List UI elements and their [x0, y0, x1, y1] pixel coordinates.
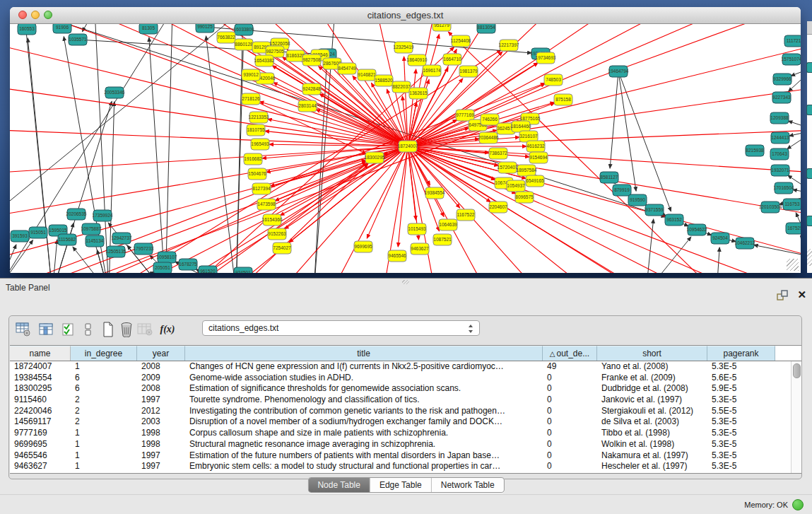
table-cell[interactable]: 2003 — [137, 416, 185, 428]
table-cell[interactable]: 1997 — [137, 461, 185, 472]
table-cell[interactable]: Structural magnetic resonance image aver… — [185, 439, 543, 450]
show-columns-icon[interactable] — [37, 321, 54, 338]
table-cell[interactable]: 5.3E-5 — [707, 416, 775, 428]
function-builder-icon[interactable]: f(x) — [159, 321, 176, 338]
table-row[interactable]: 977716911998Corpus callosum shape and si… — [10, 428, 792, 439]
table-cell[interactable]: 1997 — [137, 450, 185, 462]
table-cell[interactable]: 19384554 — [10, 373, 71, 384]
table-cell[interactable]: 5.3E-5 — [707, 428, 775, 439]
table-cell[interactable]: 1 — [71, 461, 137, 472]
table-row[interactable]: 969969511998Structural magnetic resonanc… — [10, 439, 792, 450]
delete-column-icon[interactable] — [118, 321, 135, 338]
table-cell[interactable]: 5.3E-5 — [707, 439, 775, 450]
table-row[interactable]: 1938455462009Genome-wide association stu… — [10, 373, 792, 384]
table-cell[interactable]: 1997 — [137, 395, 185, 406]
new-column-icon[interactable] — [100, 321, 117, 338]
table-row[interactable]: 1830029562008Estimation of significance … — [10, 383, 792, 395]
memory-status-indicator[interactable] — [792, 499, 804, 510]
table-cell[interactable]: Embryonic stem cells: a model to study s… — [185, 461, 543, 472]
table-cell[interactable]: 1998 — [137, 428, 185, 439]
table-cell[interactable]: Hescheler et al. (1997) — [597, 461, 707, 472]
table-cell[interactable]: 5.5E-5 — [707, 406, 775, 417]
citation-network-graph[interactable]: 1605539190681305160338098572248813054192… — [10, 24, 801, 273]
table-cell[interactable]: 1 — [71, 361, 137, 373]
table-row[interactable]: 2242004622012Investigating the contribut… — [10, 406, 792, 417]
table-cell[interactable]: Yano et al. (2008) — [597, 361, 707, 373]
table-cell[interactable]: 9699695 — [10, 439, 71, 450]
table-row[interactable]: 946554611997Estimation of the future num… — [10, 450, 792, 462]
network-canvas[interactable]: 1605539190681305160338098572248813054192… — [10, 24, 801, 273]
table-cell[interactable]: 1998 — [137, 439, 185, 450]
table-cell[interactable]: 0 — [543, 461, 597, 472]
table-cell[interactable]: 5.9E-5 — [707, 383, 775, 395]
table-cell[interactable]: Tourette syndrome. Phenomenology and cla… — [185, 395, 543, 406]
table-cell[interactable]: 0 — [543, 439, 597, 450]
table-cell[interactable]: 2008 — [137, 383, 185, 395]
tab-edge-table[interactable]: Edge Table — [370, 478, 432, 492]
table-cell[interactable]: 9777169 — [10, 428, 71, 439]
table-cell[interactable]: 5.3E-5 — [707, 361, 775, 373]
column-header-year[interactable]: year — [137, 346, 185, 361]
column-header-short[interactable]: short — [597, 346, 707, 361]
table-cell[interactable]: Investigating the contribution of common… — [185, 406, 543, 417]
column-header-name[interactable]: name — [10, 346, 71, 361]
table-cell[interactable]: 49 — [543, 361, 597, 373]
table-cell[interactable]: Wolkin et al. (1998) — [597, 439, 707, 450]
window-resize-grip[interactable] — [787, 259, 799, 271]
table-cell[interactable]: 0 — [543, 383, 597, 395]
table-cell[interactable]: Tibbo et al. (1998) — [597, 428, 707, 439]
table-vertical-scrollbar[interactable] — [791, 361, 801, 473]
table-cell[interactable]: Corpus callosum shape and size in male p… — [185, 428, 543, 439]
table-cell[interactable]: Jankovic et al. (1997) — [597, 395, 707, 406]
table-cell[interactable]: Stergiakouli et al. (2012) — [597, 406, 707, 417]
table-cell[interactable]: 22420046 — [10, 406, 71, 417]
table-cell[interactable]: Changes of HCN gene expression and I(f) … — [185, 361, 543, 373]
table-cell[interactable]: 14569117 — [10, 416, 71, 428]
table-row[interactable]: 1456911722003Disruption of a novel membe… — [10, 416, 792, 428]
table-cell[interactable]: 0 — [543, 406, 597, 417]
table-cell[interactable]: 18724007 — [10, 361, 71, 373]
table-cell[interactable]: 2 — [71, 416, 137, 428]
table-cell[interactable]: Nakamura et al. (1997) — [597, 450, 707, 462]
table-cell[interactable]: 9463627 — [10, 461, 71, 472]
table-cell[interactable]: 1 — [71, 450, 137, 462]
network-window[interactable]: citations_edges.txt 16055391906813051603… — [10, 7, 801, 273]
float-window-icon[interactable] — [777, 290, 789, 301]
table-cell[interactable]: 5.3E-5 — [707, 450, 775, 462]
table-cell[interactable]: Franke et al. (2009) — [597, 373, 707, 384]
table-cell[interactable]: 0 — [543, 395, 597, 406]
column-header-title[interactable]: title — [185, 346, 543, 361]
table-row[interactable]: 911546021997Tourette syndrome. Phenomeno… — [10, 395, 792, 406]
column-header-pagerank[interactable]: pagerank — [707, 346, 775, 361]
column-checklist-icon[interactable] — [60, 321, 77, 338]
table-cell[interactable]: 1 — [71, 439, 137, 450]
scrollbar-thumb[interactable] — [793, 363, 801, 378]
network-window-titlebar[interactable]: citations_edges.txt — [10, 7, 801, 24]
column-header-out-de-[interactable]: △out_de... — [543, 346, 597, 361]
table-cell[interactable]: 2009 — [137, 373, 185, 384]
table-cell[interactable]: Estimation of significance thresholds fo… — [185, 383, 543, 395]
table-cell[interactable]: 6 — [71, 383, 137, 395]
table-cell[interactable]: de Silva et al. (2003) — [597, 416, 707, 428]
table-cell[interactable]: 5.3E-5 — [707, 461, 775, 472]
tab-node-table[interactable]: Node Table — [308, 478, 370, 492]
table-cell[interactable]: 6 — [71, 373, 137, 384]
table-cell[interactable]: 18300295 — [10, 383, 71, 395]
table-cell[interactable]: Disruption of a novel member of a sodium… — [185, 416, 543, 428]
table-cell[interactable]: Genome-wide association studies in ADHD. — [185, 373, 543, 384]
table-cell[interactable]: 9115460 — [10, 395, 71, 406]
table-cell[interactable]: 1 — [71, 428, 137, 439]
table-cell[interactable]: 5.3E-5 — [707, 395, 775, 406]
table-cell[interactable]: 2008 — [137, 361, 185, 373]
close-panel-icon[interactable]: ✕ — [797, 288, 806, 301]
table-cell[interactable]: 5.6E-5 — [707, 373, 775, 384]
column-header-in-degree[interactable]: in_degree — [71, 346, 137, 361]
table-cell[interactable]: 0 — [543, 450, 597, 462]
table-cell[interactable]: 0 — [543, 373, 597, 384]
table-selector-dropdown[interactable]: citations_edges.txt — [202, 320, 480, 336]
table-cell[interactable]: Dudbridge et al. (2008) — [597, 383, 707, 395]
panel-resize-handle[interactable] — [402, 280, 409, 284]
table-cell[interactable]: 9465546 — [10, 450, 71, 462]
table-cell[interactable]: 0 — [543, 416, 597, 428]
table-cell[interactable]: 0 — [543, 428, 597, 439]
